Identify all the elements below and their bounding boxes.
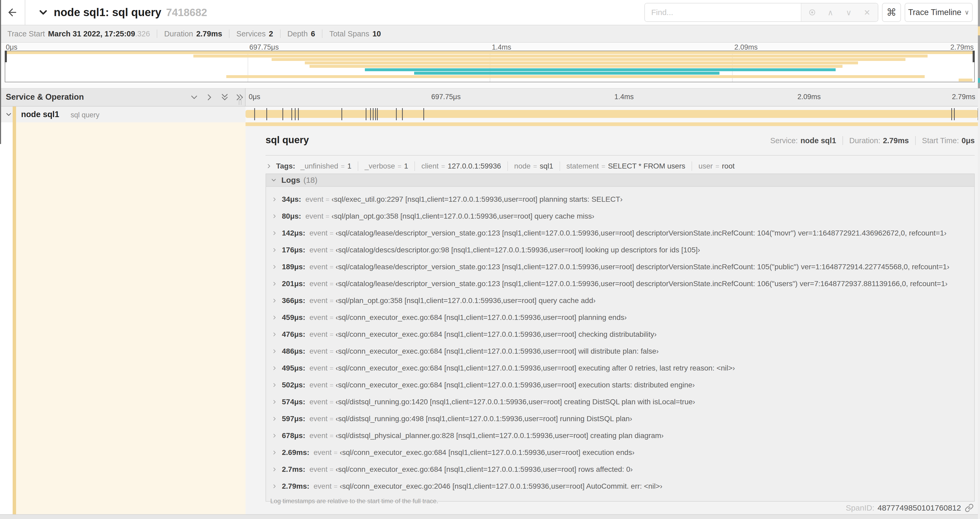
locate-icon[interactable]: [805, 5, 820, 20]
log-field-name: event: [310, 263, 328, 271]
column-resizer-handle[interactable]: [237, 98, 243, 105]
expand-one-chevron-right-icon[interactable]: [204, 92, 215, 102]
expanded-row-background: [16, 122, 245, 514]
collapse-trace-chevron-down-icon[interactable]: [37, 6, 49, 18]
log-row[interactable]: 2.79ms: event = ‹sql/conn_executor_exec.…: [266, 478, 974, 495]
keyboard-shortcuts-button[interactable]: ⌘: [882, 3, 901, 22]
minimap-scrubber-left[interactable]: [5, 51, 7, 62]
log-row[interactable]: 34μs: event = ‹sql/exec_util.go:2297 [ns…: [266, 191, 974, 208]
log-row[interactable]: 459μs: event = ‹sql/conn_executor_exec.g…: [266, 309, 974, 326]
vertical-scrollbar-thumb[interactable]: [978, 0, 980, 88]
vertical-scrollbar-track[interactable]: [978, 0, 980, 519]
span-row-name-cell[interactable]: node sql1 sql query: [0, 107, 245, 122]
equals-sign: =: [329, 415, 334, 423]
tag-value: SELECT * FROM users: [608, 162, 686, 170]
minimap-canvas[interactable]: [5, 51, 975, 82]
horizontal-scrollbar-track[interactable]: [0, 514, 980, 519]
divider: [843, 136, 843, 145]
tag-key: node: [514, 162, 531, 170]
span-id-value: 4877749850101760812: [878, 503, 961, 513]
log-row[interactable]: 366μs: event = ‹sql/plan_opt.go:358 [nsq…: [266, 292, 974, 309]
logs-section: Logs (18) 34μs: event = ‹sql/exec_util.g…: [266, 174, 975, 501]
summary-label: Duration: [164, 30, 193, 38]
equals-sign: =: [601, 163, 605, 170]
find-prev-chevron-up-icon[interactable]: ∧: [823, 5, 838, 20]
divider: [358, 161, 358, 171]
collapse-all-double-chevron-down-icon[interactable]: [220, 92, 230, 102]
equals-sign: =: [334, 449, 338, 457]
equals-sign: =: [329, 348, 334, 355]
span-collapse-chevron-down-icon[interactable]: [5, 110, 13, 118]
top-bar: node sql1: sql query 7418682 ∧ ∨ ✕ ⌘ Tra…: [0, 0, 978, 25]
back-button[interactable]: [0, 0, 25, 25]
command-icon: ⌘: [886, 6, 896, 18]
log-value: ‹sql/conn_executor_exec.go:684 [nsql1,cl…: [336, 465, 633, 474]
deep-link-icon[interactable]: [965, 503, 974, 513]
log-timestamp: 495μs:: [282, 364, 305, 372]
log-row[interactable]: 2.7ms: event = ‹sql/conn_executor_exec.g…: [266, 461, 974, 478]
tags-toggle-row[interactable]: Tags: _unfinished = 1 _verbose = 1 clien…: [266, 160, 975, 172]
equals-sign: =: [329, 466, 334, 473]
equals-sign: =: [329, 263, 334, 271]
log-chevron-right-icon: [271, 466, 278, 473]
log-value: ‹sql/catalog/lease/descriptor_version_st…: [336, 229, 947, 237]
window-left-edge: [0, 0, 1, 144]
log-row[interactable]: 678μs: event = ‹sql/distsql_physical_pla…: [266, 427, 974, 444]
log-row[interactable]: 80μs: event = ‹sql/plan_opt.go:358 [nsql…: [266, 208, 974, 225]
log-row[interactable]: 486μs: event = ‹sql/conn_executor_exec.g…: [266, 343, 974, 360]
minimap-span: [305, 61, 858, 64]
divider: [560, 161, 560, 171]
summary-item: Total Spans 10: [315, 30, 381, 38]
log-field-name: event: [310, 398, 328, 406]
log-value: ‹sql/conn_executor_exec.go:684 [nsql1,cl…: [336, 330, 657, 339]
timeline-minimap-section: 0μs 697.75μs 1.4ms 2.09ms 2.79ms: [0, 43, 978, 88]
tag-value: 127.0.0.1:59936: [448, 162, 501, 170]
summary-value: 10: [372, 30, 381, 38]
equals-sign: =: [329, 246, 334, 254]
tag-key: client: [421, 162, 438, 170]
log-row[interactable]: 574μs: event = ‹sql/distsql_running.go:1…: [266, 393, 974, 410]
minimap-tick-0: 0μs: [6, 43, 18, 51]
span-duration-bar[interactable]: [245, 110, 978, 118]
find-next-chevron-down-icon[interactable]: ∨: [841, 5, 856, 20]
divider: [280, 30, 280, 38]
find-input[interactable]: [645, 3, 801, 21]
log-row[interactable]: 142μs: event = ‹sql/catalog/lease/descri…: [266, 225, 974, 241]
summary-value: 6: [311, 30, 315, 38]
service-label: Service:: [770, 136, 798, 145]
service-value: node sql1: [800, 136, 836, 145]
log-value: ‹sql/catalog/descs/descriptor.go:98 [nsq…: [336, 246, 700, 254]
tag-item: _verbose = 1: [352, 161, 408, 171]
log-row[interactable]: 597μs: event = ‹sql/distsql_running.go:4…: [266, 410, 974, 427]
log-row[interactable]: 502μs: event = ‹sql/conn_executor_exec.g…: [266, 377, 974, 393]
log-row[interactable]: 476μs: event = ‹sql/conn_executor_exec.g…: [266, 326, 974, 343]
log-row[interactable]: 495μs: event = ‹sql/conn_executor_exec.g…: [266, 360, 974, 377]
minimap-spans: [5, 51, 974, 82]
logs-toggle-header[interactable]: Logs (18): [266, 174, 974, 187]
span-id-label: SpanID:: [846, 503, 874, 513]
divider: [266, 155, 975, 156]
summary-label: Total Spans: [329, 30, 369, 38]
tags-label: Tags:: [276, 162, 295, 170]
equals-sign: =: [533, 163, 537, 170]
span-color-stripe: [13, 107, 16, 122]
log-timestamp: 574μs:: [282, 398, 305, 406]
log-row[interactable]: 189μs: event = ‹sql/catalog/lease/descri…: [266, 259, 974, 275]
minimap-tick-75: 2.09ms: [735, 43, 758, 51]
log-value: ‹sql/exec_util.go:2297 [nsql1,client=127…: [331, 195, 622, 204]
collapse-one-chevron-down-icon[interactable]: [189, 92, 199, 102]
ruler-tick-75: 2.09ms: [797, 93, 821, 101]
logs-list: 34μs: event = ‹sql/exec_util.go:2297 [ns…: [266, 187, 974, 495]
summary-label: Trace Start: [7, 30, 45, 38]
log-chevron-right-icon: [271, 297, 278, 304]
log-row[interactable]: 201μs: event = ‹sql/catalog/lease/descri…: [266, 275, 974, 292]
log-value: ‹sql/conn_executor_exec.go:684 [nsql1,cl…: [336, 313, 627, 322]
summary-value: March 31 2022, 17:25:09: [48, 30, 135, 38]
minimap-span: [414, 72, 719, 75]
minimap-scrubber-right[interactable]: [973, 51, 975, 62]
view-selector-button[interactable]: Trace Timeline ∨: [905, 3, 973, 22]
log-row[interactable]: 176μs: event = ‹sql/catalog/descs/descri…: [266, 241, 974, 259]
log-row[interactable]: 2.69ms: event = ‹sql/conn_executor_exec.…: [266, 444, 974, 461]
find-clear-close-icon[interactable]: ✕: [859, 5, 875, 20]
log-field-name: event: [310, 381, 328, 389]
